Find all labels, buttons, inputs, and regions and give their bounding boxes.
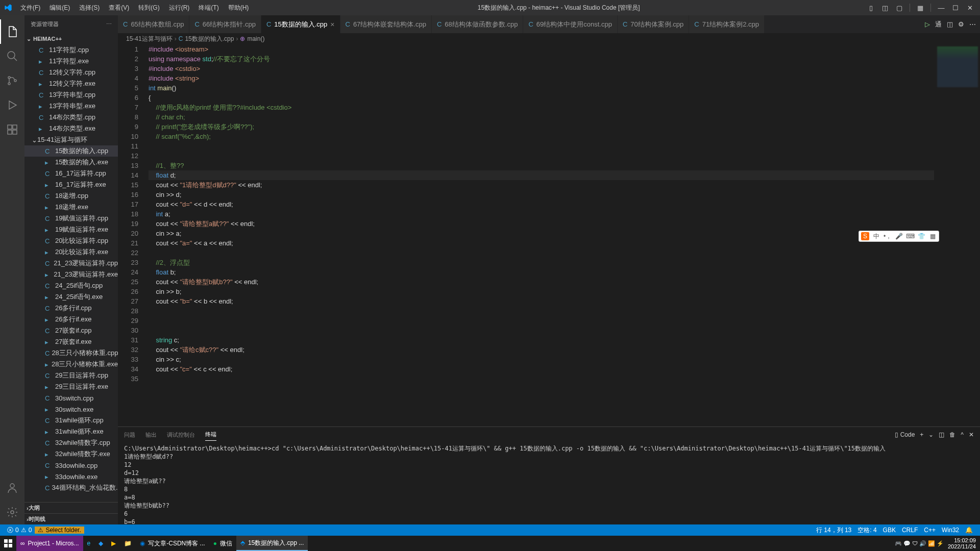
file-item[interactable]: ▸31while循环.exe (24, 426, 118, 437)
terminal-output[interactable]: C:\Users\Administrator\Desktop\heimac++>… (118, 442, 980, 524)
close-icon[interactable]: ✕ (964, 2, 976, 14)
menu-view[interactable]: 查看(V) (105, 2, 133, 14)
file-item[interactable]: ▸27嵌套if.exe (24, 336, 118, 347)
file-item[interactable]: C30switch.cpp (24, 392, 118, 404)
split-editor-icon[interactable]: ◫ (947, 20, 953, 28)
file-item[interactable]: C16_17运算符.cpp (24, 168, 118, 179)
taskbar-edge[interactable]: ◉写文章-CSDN博客 ... (136, 536, 209, 551)
timeline-section[interactable]: ›时间线 (24, 513, 118, 524)
panel-tab-problems[interactable]: 问题 (124, 429, 135, 441)
taskbar-explorer[interactable]: 📁 (120, 536, 136, 551)
file-item[interactable]: ▸14布尔类型.exe (24, 123, 118, 134)
taskbar-ie[interactable]: e (83, 536, 95, 551)
file-item[interactable]: C32while猜数字.cpp (24, 437, 118, 448)
file-item[interactable]: ▸29三目运算符.exe (24, 381, 118, 392)
editor-tab[interactable]: C69结构体中使用const.cpp (523, 15, 618, 33)
menu-terminal[interactable]: 终端(T) (194, 2, 223, 14)
code-content[interactable]: #include <iostream>using namespace std;/… (149, 44, 934, 427)
ime-lang-icon[interactable]: 中 (872, 232, 880, 240)
editor-tab[interactable]: C71结构体案例2.cpp (689, 15, 765, 33)
status-position[interactable]: 行 14，列 13 (813, 526, 854, 535)
file-item[interactable]: C29三目运算符.cpp (24, 370, 118, 381)
file-item[interactable]: C20比较运算符.cpp (24, 235, 118, 246)
menu-run[interactable]: 运行(R) (165, 2, 194, 14)
file-item[interactable]: ▸11字符型.exe (24, 56, 118, 67)
breadcrumb[interactable]: 15-41运算与循环› C15数据的输入.cpp› ⊕main() (118, 33, 980, 44)
editor-tab[interactable]: C70结构体案例.cpp (618, 15, 689, 33)
tray-icons[interactable]: 🎮 💬 🛡 🔊 📶 ⚡ (895, 540, 944, 547)
file-item[interactable]: ▸19赋值运算符.exe (24, 224, 118, 235)
ime-punct-icon[interactable]: •， (884, 232, 892, 240)
subfolder[interactable]: ⌄ 15-41运算与循环 (24, 134, 118, 145)
file-item[interactable]: ▸26多行if.exe (24, 314, 118, 325)
terminal-dropdown-icon[interactable]: ⌄ (928, 431, 934, 438)
file-item[interactable]: ▸28三只小猪称体重.exe (24, 359, 118, 370)
search-icon[interactable] (0, 44, 24, 68)
file-item[interactable]: C18递增.cpp (24, 190, 118, 202)
layout-panelbottom-icon[interactable]: ▢ (893, 2, 905, 14)
file-item[interactable]: ▸32while猜数字.exe (24, 448, 118, 460)
code-editor[interactable]: 1234567891011121314151617181920212223242… (118, 44, 980, 427)
file-item[interactable]: ▸20比较运算符.exe (24, 246, 118, 258)
menu-selection[interactable]: 选择(S) (75, 2, 104, 14)
tab-close-icon[interactable]: × (330, 20, 334, 29)
taskbar-vscode[interactable]: ⬘15数据的输入.cpp ... (236, 536, 308, 551)
file-item[interactable]: C11字符型.cpp (24, 44, 118, 56)
sidebar-more-icon[interactable]: ⋯ (106, 21, 112, 28)
extensions-icon[interactable] (0, 117, 24, 142)
panel-close-icon[interactable]: ✕ (969, 431, 974, 438)
taskbar-wechat[interactable]: ●微信 (209, 536, 236, 551)
folder-root[interactable]: ⌄ HEIMAC++ (24, 33, 118, 44)
layout-customize-icon[interactable]: ▦ (914, 2, 926, 14)
editor-tab[interactable]: C66结构体指针.cpp (189, 15, 261, 33)
status-eol[interactable]: CRLF (899, 526, 921, 535)
file-item[interactable]: C12转义字符.cpp (24, 67, 118, 78)
file-item[interactable]: C28三只小猪称体重.cpp (24, 347, 118, 359)
file-item[interactable]: C13字符串型.cpp (24, 89, 118, 101)
status-encoding[interactable]: GBK (880, 526, 899, 535)
layout-sidebar-icon[interactable]: ◫ (879, 2, 891, 14)
status-lang[interactable]: C++ (921, 526, 939, 535)
file-item[interactable]: ▸12转义字符.exe (24, 78, 118, 89)
taskbar-app1[interactable]: ◆ (94, 536, 107, 551)
file-item[interactable]: C31while循环.cpp (24, 415, 118, 426)
taskbar-app2[interactable]: ▶ (107, 536, 120, 551)
status-win32[interactable]: Win32 (939, 526, 962, 535)
start-button[interactable] (0, 536, 16, 551)
file-item[interactable]: C15数据的输入.cpp (24, 145, 118, 157)
terminal-add-icon[interactable]: + (920, 431, 923, 438)
menu-help[interactable]: 帮助(H) (224, 2, 253, 14)
ime-skin-icon[interactable]: 👕 (917, 232, 925, 240)
editor-tab[interactable]: C15数据的输入.cpp× (261, 15, 340, 33)
terminal-split-icon[interactable]: ◫ (939, 431, 944, 438)
source-control-icon[interactable] (0, 68, 24, 93)
status-select-folder[interactable]: ⚠ Select folder. (35, 527, 84, 534)
system-tray[interactable]: 🎮 💬 🛡 🔊 📶 ⚡ 15:02:09 2022/11/24 (895, 537, 980, 549)
file-item[interactable]: ▸18递增.exe (24, 202, 118, 213)
file-item[interactable]: C19赋值运算符.cpp (24, 213, 118, 224)
ime-mic-icon[interactable]: 🎤 (895, 232, 903, 240)
explorer-icon[interactable] (0, 19, 24, 44)
file-item[interactable]: ▸16_17运算符.exe (24, 179, 118, 190)
ime-menu-icon[interactable]: ▦ (928, 232, 937, 240)
gear-icon[interactable]: ⚙ (958, 20, 964, 28)
panel-maximize-icon[interactable]: ^ (961, 431, 964, 438)
minimize-icon[interactable]: — (935, 2, 947, 14)
status-errors[interactable]: ⓧ 0 ⚠ 0 (4, 526, 35, 535)
ime-keyboard-icon[interactable]: ⌨ (906, 232, 914, 240)
terminal-kill-icon[interactable]: 🗑 (949, 431, 955, 438)
status-spaces[interactable]: 空格: 4 (854, 526, 879, 535)
file-item[interactable]: C14布尔类型.cpp (24, 112, 118, 123)
status-notifications-icon[interactable]: 🔔 (962, 526, 976, 535)
editor-tab[interactable]: C67结构体嵌套结构体.cpp (340, 15, 432, 33)
menu-file[interactable]: 文件(F) (16, 2, 44, 14)
file-item[interactable]: C26多行if.cpp (24, 303, 118, 314)
file-item[interactable]: ▸24_25if语句.exe (24, 291, 118, 303)
ime-logo-icon[interactable]: S (861, 232, 869, 240)
run-file-icon[interactable]: ▷ (925, 20, 930, 28)
file-item[interactable]: C34循环结构_水仙花数.cpp (24, 482, 118, 493)
editor-tab[interactable]: C68结构体做函数参数.cpp (432, 15, 523, 33)
menu-edit[interactable]: 编辑(E) (45, 2, 74, 14)
file-item[interactable]: ▸33dowhile.exe (24, 471, 118, 482)
menu-go[interactable]: 转到(G) (134, 2, 163, 14)
